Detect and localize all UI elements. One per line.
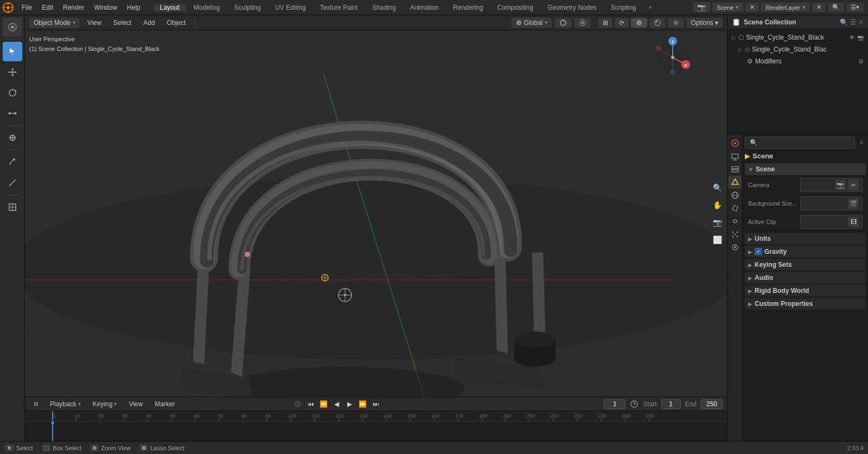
keying-sets-header[interactable]: ▶ Keying Sets: [745, 259, 866, 271]
audio-section-header[interactable]: ▶ Audio: [745, 272, 866, 284]
playback-menu[interactable]: Playback ▾: [46, 399, 85, 409]
keying-menu[interactable]: Keying ▾: [88, 399, 122, 409]
tab-texture-paint[interactable]: Texture Paint: [314, 4, 365, 11]
prop-tab-view-layer[interactable]: [729, 163, 742, 176]
viewport-select-menu[interactable]: Select: [109, 18, 136, 28]
viewport-shading-rendered[interactable]: [668, 18, 684, 28]
properties-search-bar[interactable]: 🔍: [745, 137, 855, 149]
render-layer-selector[interactable]: RenderLayer ▾: [761, 3, 810, 12]
viewport-canvas[interactable]: User Perspective (1) Scene Collection | …: [25, 30, 727, 397]
jump-to-end-button[interactable]: ⏭: [371, 399, 381, 410]
jump-to-start-button[interactable]: ⏮: [305, 399, 316, 410]
properties-search-input[interactable]: [760, 139, 850, 146]
viewport-add-menu[interactable]: Add: [139, 18, 159, 28]
render-layer-close[interactable]: ✕: [812, 3, 826, 12]
tool-measure[interactable]: [3, 173, 22, 193]
tab-rendering[interactable]: Rendering: [446, 4, 489, 11]
menu-window[interactable]: Window: [90, 1, 122, 14]
play-button[interactable]: ▶: [344, 399, 355, 410]
gravity-checkbox[interactable]: ✓: [755, 248, 762, 255]
tool-add-object[interactable]: [3, 197, 22, 217]
tab-shading[interactable]: Shading: [366, 4, 403, 11]
outliner-item-mesh[interactable]: ▷ ◇ Single_Cycle_Stand_Blac: [727, 43, 868, 55]
scene-selector[interactable]: Scene ▾: [712, 3, 743, 12]
viewport-mode-dropdown[interactable]: Object Mode ▾: [29, 18, 80, 28]
active-clip-picker[interactable]: 🎞: [848, 216, 859, 227]
end-frame-input[interactable]: [701, 399, 723, 409]
units-section-header[interactable]: ▶ Units: [745, 233, 866, 245]
prop-tab-scene[interactable]: [729, 176, 742, 189]
tab-layout[interactable]: Layout: [154, 4, 186, 11]
tab-scripting[interactable]: Scripting: [604, 4, 643, 11]
visibility-icon[interactable]: 👁: [849, 34, 855, 41]
bg-scene-picker[interactable]: 🎬: [848, 198, 859, 209]
scene-close[interactable]: ✕: [745, 3, 759, 12]
hand-icon[interactable]: ✋: [710, 197, 725, 213]
prop-tab-physics[interactable]: [729, 241, 742, 254]
outliner-search-button[interactable]: 🔍: [840, 18, 848, 26]
gravity-section-header[interactable]: ▶ ✓ Gravity: [745, 246, 866, 258]
settings-icon[interactable]: ⚙: [858, 58, 864, 65]
navigation-gizmo[interactable]: Z X: [651, 36, 694, 79]
tab-sculpting[interactable]: Sculpting: [228, 4, 267, 11]
tab-modeling[interactable]: Modeling: [187, 4, 227, 11]
tool-move[interactable]: [3, 62, 22, 82]
keyframe-indicator[interactable]: [292, 399, 303, 410]
timeline-type-selector[interactable]: ⊟: [29, 400, 42, 408]
prop-tab-world[interactable]: [729, 189, 742, 202]
tool-scale[interactable]: [3, 104, 22, 123]
menu-help[interactable]: Help: [123, 1, 145, 14]
tab-geometry-nodes[interactable]: Geometry Nodes: [541, 4, 603, 11]
tool-transform[interactable]: [3, 128, 22, 148]
transform-pivot-dropdown[interactable]: ⊕ Global ▾: [512, 17, 552, 28]
show-overlays-button[interactable]: ⊞: [598, 18, 612, 28]
camera-edit-button[interactable]: ✏: [848, 180, 859, 190]
render-engine-selector[interactable]: 📷: [693, 2, 710, 12]
tool-cursor[interactable]: [3, 42, 22, 61]
tab-uv-editing[interactable]: UV Editing: [269, 4, 312, 11]
scene-section-header[interactable]: ▼ Scene: [745, 163, 866, 175]
marker-menu[interactable]: Marker: [150, 399, 179, 409]
show-gizmos-button[interactable]: ⟳: [615, 18, 629, 28]
rigid-body-world-header[interactable]: ▶ Rigid Body World: [745, 285, 866, 297]
menu-file[interactable]: File: [17, 1, 36, 14]
properties-close-button[interactable]: ✕: [857, 139, 866, 146]
blender-logo[interactable]: [2, 2, 14, 14]
start-frame-input[interactable]: [661, 399, 681, 409]
menu-edit[interactable]: Edit: [37, 1, 58, 14]
prev-keyframe-button[interactable]: ⏪: [318, 399, 329, 410]
view-menu[interactable]: View: [124, 399, 147, 409]
tool-rotate[interactable]: [3, 83, 22, 103]
add-workspace-button[interactable]: +: [644, 4, 657, 11]
menu-render[interactable]: Render: [59, 1, 88, 14]
current-frame-input[interactable]: [604, 399, 626, 409]
active-clip-value[interactable]: 🎞: [800, 215, 863, 229]
camera-icon[interactable]: 📷: [710, 215, 725, 230]
options-dropdown[interactable]: Options ▾: [686, 18, 723, 28]
camera-value[interactable]: 📷 ✏: [800, 178, 863, 192]
prop-tab-particles[interactable]: [729, 228, 742, 241]
tool-mode-indicator[interactable]: [3, 17, 22, 37]
outliner-item-collection[interactable]: ▷ ⬡ Single_Cycle_Stand_Black 👁 📷: [727, 31, 868, 43]
camera-render-icon[interactable]: 📷: [857, 35, 864, 41]
viewport-shading-solid[interactable]: [631, 18, 647, 28]
tab-animation[interactable]: Animation: [404, 4, 445, 11]
global-filter[interactable]: ☰▾: [846, 3, 864, 12]
bg-scene-value[interactable]: 🎬: [800, 196, 863, 210]
camera-picker-button[interactable]: 📷: [835, 180, 846, 190]
viewport-view-menu[interactable]: View: [83, 18, 106, 28]
next-keyframe-button[interactable]: ⏩: [358, 399, 368, 410]
proportional-edit-button[interactable]: [575, 18, 591, 28]
prop-tab-object[interactable]: [729, 202, 742, 215]
outliner-item-modifiers[interactable]: ⚙ Modifiers ⚙: [727, 55, 868, 67]
viewport-shading-material[interactable]: [649, 18, 666, 28]
perspective-icon[interactable]: ⬜: [710, 232, 725, 247]
prop-tab-render[interactable]: [729, 137, 742, 150]
tab-compositing[interactable]: Compositing: [490, 4, 540, 11]
prop-tab-output[interactable]: [729, 150, 742, 163]
zoom-in-icon[interactable]: 🔍: [710, 180, 725, 195]
global-search[interactable]: 🔍: [828, 3, 844, 12]
viewport-object-menu[interactable]: Object: [163, 18, 190, 28]
custom-properties-header[interactable]: ▶ Custom Properties: [745, 298, 866, 310]
prop-tab-modifier[interactable]: [729, 215, 742, 228]
